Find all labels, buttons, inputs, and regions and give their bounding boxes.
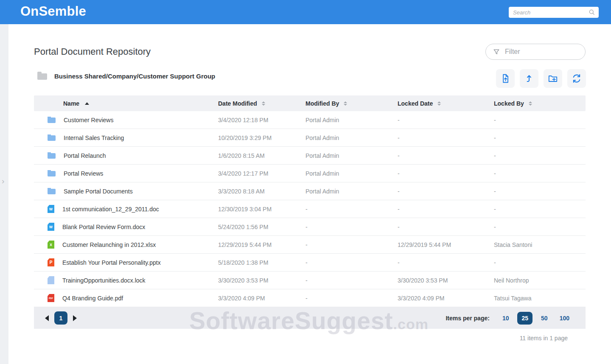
- date-modified-cell: 3/30/2020 3:53 PM: [218, 277, 306, 284]
- date-modified-cell: 3/4/2020 12:17 PM: [218, 170, 306, 177]
- date-modified-cell: 5/24/2020 1:56 PM: [218, 224, 306, 230]
- search-icon[interactable]: [589, 9, 595, 16]
- name-cell: w1st communication_12_29_2011.doc: [34, 205, 218, 213]
- filter-input[interactable]: [505, 48, 593, 56]
- file-name: Blank Portal Review Form.docx: [62, 224, 145, 230]
- refresh-icon: [571, 73, 582, 84]
- doc-icon: [48, 276, 54, 284]
- file-name: 1st communication_12_29_2011.doc: [62, 206, 159, 213]
- name-cell: Portal Relaunch: [34, 152, 218, 159]
- folder-icon: [37, 73, 47, 80]
- locked-date-cell: -: [398, 170, 494, 177]
- locked-by-cell: -: [494, 224, 586, 230]
- locked-date-cell: -: [398, 188, 494, 195]
- name-cell: Portal Reviews: [34, 170, 218, 177]
- sort-toggle-icon: [437, 101, 441, 106]
- locked-by-cell: -: [494, 134, 586, 141]
- date-modified-cell: 12/30/2019 3:04 PM: [218, 206, 306, 213]
- file-name: Customer Reviews: [64, 117, 113, 123]
- table-header-row: NameDate ModifiedModified ByLocked DateL…: [34, 95, 586, 111]
- date-modified-cell: 5/18/2020 1:38 PM: [218, 259, 306, 266]
- items-per-page-option-50[interactable]: 50: [538, 312, 551, 324]
- locked-date-cell: -: [398, 206, 494, 213]
- modified-by-cell: Portal Admin: [306, 134, 398, 141]
- locked-by-cell: Neil Northrop: [494, 277, 586, 284]
- table-row[interactable]: Internal Sales Tracking10/20/2019 3:29 P…: [34, 129, 586, 147]
- name-cell: PDFQ4 Branding Guide.pdf: [34, 294, 218, 302]
- current-page-button[interactable]: 1: [54, 311, 67, 325]
- global-search: [509, 7, 599, 18]
- column-header-locked-date[interactable]: Locked Date: [398, 100, 494, 107]
- upload-file-icon: [500, 73, 511, 84]
- locked-by-cell: -: [494, 170, 586, 177]
- table-row[interactable]: PEstablish Your Portal Personality.pptx5…: [34, 254, 586, 272]
- column-header-locked-by[interactable]: Locked By: [494, 100, 586, 107]
- previous-page-arrow-icon[interactable]: [45, 315, 49, 321]
- locked-by-cell: -: [494, 188, 586, 195]
- table-body: Customer Reviews3/4/2020 12:18 PMPortal …: [34, 111, 586, 307]
- expand-sidebar-chevron-icon[interactable]: ›: [2, 177, 4, 185]
- items-per-page: Items per page: 102550100: [446, 312, 573, 325]
- locked-date-cell: 3/3/2020 4:09 PM: [398, 295, 494, 302]
- modified-by-cell: -: [306, 277, 398, 284]
- page-title: Portal Document Repository: [34, 46, 151, 57]
- table-row[interactable]: Sample Portal Documents3/3/2020 8:18 AMP…: [34, 182, 586, 200]
- name-cell: Customer Reviews: [34, 117, 218, 123]
- locked-date-cell: 12/29/2019 5:44 PM: [398, 241, 494, 248]
- name-cell: PEstablish Your Portal Personality.pptx: [34, 258, 218, 266]
- table-row[interactable]: wBlank Portal Review Form.docx5/24/2020 …: [34, 218, 586, 236]
- add-folder-button[interactable]: [544, 69, 562, 88]
- date-modified-cell: 3/3/2020 8:18 AM: [218, 188, 306, 195]
- items-per-page-option-25[interactable]: 25: [517, 312, 533, 325]
- folder-icon: [48, 189, 56, 194]
- breadcrumb-path: Business Shared/Company/Customer Support…: [54, 73, 215, 80]
- column-header-modified-by[interactable]: Modified By: [306, 100, 398, 107]
- items-per-page-option-10[interactable]: 10: [499, 312, 513, 324]
- sort-ascending-icon: [85, 102, 89, 105]
- column-header-date-modified[interactable]: Date Modified: [218, 100, 306, 107]
- folder-icon: [48, 135, 56, 141]
- locked-date-cell: 3/30/2020 3:53 PM: [398, 277, 494, 284]
- move-up-arrow-icon: [524, 73, 535, 84]
- modified-by-cell: Portal Admin: [306, 117, 398, 123]
- left-sidebar-rail: ›: [0, 24, 8, 364]
- table-row[interactable]: xCustomer Relaunching in 2012.xlsx12/29/…: [34, 236, 586, 254]
- breadcrumb: Business Shared/Company/Customer Support…: [37, 72, 215, 80]
- table-row[interactable]: Customer Reviews3/4/2020 12:18 PMPortal …: [34, 111, 586, 129]
- portal-document-repository-page: OnSemble › Portal Document Repository Bu…: [0, 0, 611, 364]
- locked-by-cell: -: [494, 117, 586, 123]
- table-row[interactable]: w1st communication_12_29_2011.doc12/30/2…: [34, 200, 586, 218]
- table-row[interactable]: TrainingOpportunities.docx.lock3/30/2020…: [34, 272, 586, 289]
- add-folder-icon: [547, 73, 558, 84]
- pager: 1: [45, 311, 77, 325]
- pdf-icon: PDF: [48, 294, 54, 302]
- name-cell: xCustomer Relaunching in 2012.xlsx: [34, 241, 218, 249]
- sort-toggle-icon: [262, 101, 265, 106]
- items-per-page-option-100[interactable]: 100: [556, 312, 573, 324]
- date-modified-cell: 3/3/2020 4:09 PM: [218, 295, 306, 302]
- sort-toggle-icon: [344, 101, 347, 106]
- items-summary: 11 items in 1 page: [520, 335, 568, 342]
- upload-file-button[interactable]: [496, 69, 515, 88]
- items-per-page-label: Items per page:: [446, 315, 489, 322]
- modified-by-cell: -: [306, 295, 398, 302]
- filter-funnel-icon: [493, 48, 500, 56]
- column-label: Locked Date: [398, 100, 433, 107]
- next-page-arrow-icon[interactable]: [73, 315, 77, 321]
- word-icon: w: [48, 205, 54, 213]
- file-name: Establish Your Portal Personality.pptx: [62, 259, 161, 266]
- onsemble-logo: OnSemble: [20, 4, 86, 19]
- word-icon: w: [48, 223, 54, 231]
- refresh-button[interactable]: [567, 69, 586, 88]
- move-up-level-button[interactable]: [520, 69, 538, 88]
- locked-date-cell: -: [398, 117, 494, 123]
- table-row[interactable]: PDFQ4 Branding Guide.pdf3/3/2020 4:09 PM…: [34, 289, 586, 307]
- locked-by-cell: -: [494, 152, 586, 159]
- table-row[interactable]: Portal Relaunch1/6/2020 8:15 AMPortal Ad…: [34, 147, 586, 165]
- file-name: Customer Relaunching in 2012.xlsx: [62, 241, 156, 248]
- table-row[interactable]: Portal Reviews3/4/2020 12:17 PMPortal Ad…: [34, 165, 586, 182]
- column-label: Locked By: [494, 100, 524, 107]
- column-header-name[interactable]: Name: [34, 100, 218, 107]
- file-name: Portal Relaunch: [64, 152, 106, 159]
- search-input[interactable]: [513, 9, 589, 16]
